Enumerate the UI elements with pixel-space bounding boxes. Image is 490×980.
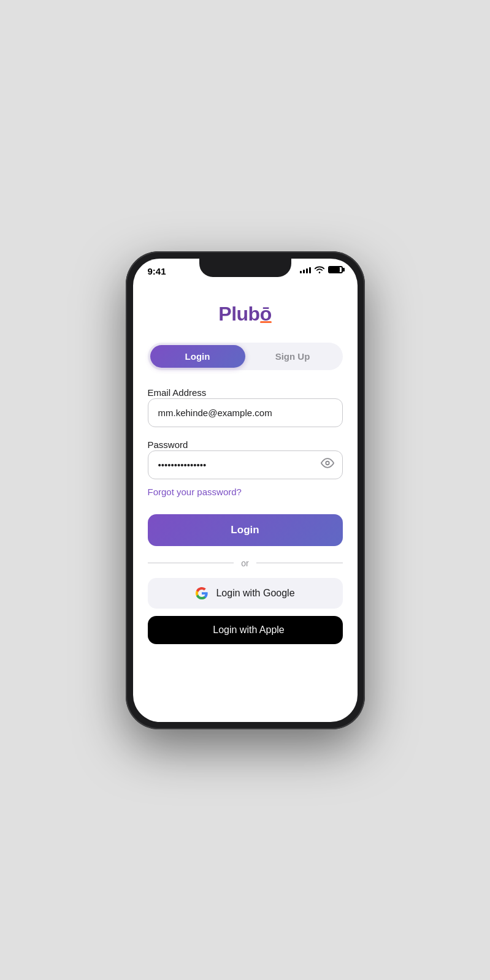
logo-o-accent: ō xyxy=(260,303,272,325)
divider: or xyxy=(148,558,343,568)
eye-icon[interactable] xyxy=(321,457,334,473)
google-login-button[interactable]: Login with Google xyxy=(148,578,343,609)
signal-icon xyxy=(300,266,311,273)
phone-frame: 9:41 xyxy=(126,251,365,729)
divider-text: or xyxy=(241,558,248,568)
password-input[interactable] xyxy=(148,450,343,479)
google-icon xyxy=(195,587,209,600)
password-label: Password xyxy=(148,439,188,450)
email-field-group: Email Address xyxy=(148,387,343,439)
login-button[interactable]: Login xyxy=(148,514,343,546)
divider-line-right xyxy=(256,563,343,563)
email-input[interactable] xyxy=(148,398,343,427)
apple-login-button[interactable]: Login with Apple xyxy=(148,616,343,644)
login-tab[interactable]: Login xyxy=(150,345,245,368)
status-icons xyxy=(300,266,343,273)
wifi-icon xyxy=(315,266,324,273)
google-login-label: Login with Google xyxy=(216,588,294,599)
battery-icon xyxy=(328,266,343,273)
email-label: Email Address xyxy=(148,387,207,398)
apple-login-label: Login with Apple xyxy=(213,625,285,636)
status-time: 9:41 xyxy=(148,266,166,276)
forgot-password-link[interactable]: Forgot your password? xyxy=(148,487,343,497)
phone-screen: 9:41 xyxy=(133,259,358,722)
notch xyxy=(199,259,291,277)
tab-switcher: Login Sign Up xyxy=(148,343,343,370)
password-wrapper xyxy=(148,450,343,479)
password-field-group: Password xyxy=(148,439,343,479)
app-logo: Plubō xyxy=(148,303,343,325)
screen-content: Plubō Login Sign Up Email Address Passwo… xyxy=(133,286,358,722)
signup-tab[interactable]: Sign Up xyxy=(245,345,340,368)
logo-text: Plubō xyxy=(218,303,271,325)
svg-point-0 xyxy=(326,462,329,465)
divider-line-left xyxy=(148,563,234,563)
